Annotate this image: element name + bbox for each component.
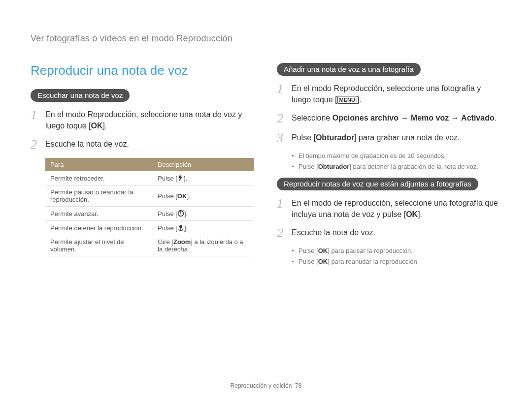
macro-icon — [177, 224, 184, 231]
section-title: Reproducir una nota de voz — [31, 63, 254, 78]
list-item: Pulse [OK] para pausar la reproducción. — [292, 247, 500, 256]
pill-escuchar: Escuchar una nota de voz — [31, 89, 130, 102]
page-footer: Reproducción y edición 78 — [0, 382, 532, 389]
controls-table: Para Descripción Permite retroceder. Pul… — [45, 158, 254, 256]
list-item: Pulse [Obturador] para detener la grabac… — [292, 162, 500, 172]
breadcrumb: Ver fotografías o vídeos en el modo Repr… — [31, 33, 500, 48]
ok-icon: OK — [406, 210, 418, 218]
table-row: Permite detener la reproducción. Pulse [… — [45, 221, 254, 235]
right-column: Añadir una nota de voz a una fotografía … — [277, 63, 500, 273]
step-number: 1 — [277, 197, 286, 220]
table-row: Permite ajustar el nivel de volumen. Gir… — [45, 235, 254, 256]
table-row: Permite retroceder. Pulse []. — [45, 171, 254, 185]
list-item: El tiempo máximo de grabación es de 10 s… — [292, 152, 500, 161]
step-number: 3 — [277, 132, 286, 145]
step-text: En el modo de reproducción, seleccione u… — [292, 197, 500, 220]
ok-icon: OK — [318, 258, 328, 265]
pill-anadir: Añadir una nota de voz a una fotografía — [277, 63, 421, 76]
step-number: 2 — [277, 112, 286, 125]
step-number: 1 — [31, 109, 39, 131]
step-number: 2 — [31, 138, 39, 151]
table-header-para: Para — [45, 158, 153, 171]
ok-icon: OK — [318, 247, 328, 254]
menu-icon: MENU — [337, 96, 357, 104]
step-number: 2 — [277, 227, 286, 240]
table-row: Permite avanzar. Pulse []. — [45, 207, 254, 221]
timer-icon — [177, 210, 184, 217]
list-item: Pulse [OK] para reanudar la reproducción… — [292, 257, 500, 267]
ok-icon: OK — [91, 122, 103, 130]
flash-icon — [177, 174, 184, 182]
step-text: Pulse [Obturador] para grabar una nota d… — [292, 132, 500, 145]
left-column: Reproducir una nota de voz Escuchar una … — [31, 63, 254, 273]
sub-list: El tiempo máximo de grabación es de 10 s… — [292, 152, 500, 172]
ok-icon: OK — [177, 192, 187, 200]
step-text: Escuche la nota de voz. — [45, 138, 254, 151]
step-text: Seleccione Opciones archivo → Memo voz →… — [292, 112, 500, 125]
step-text: Escuche la nota de voz. — [292, 227, 500, 240]
step-number: 1 — [277, 83, 286, 105]
table-header-desc: Descripción — [153, 158, 254, 171]
table-row: Permite pausar o reanudar la reproducció… — [45, 185, 254, 207]
pill-reproducir: Reproducir notas de voz que están adjunt… — [277, 178, 478, 190]
sub-list: Pulse [OK] para pausar la reproducción. … — [292, 247, 500, 267]
step-text: En el modo Reproducción, seleccione una … — [45, 109, 254, 131]
step-text: En el modo Reproducción, seleccione una … — [292, 83, 500, 105]
